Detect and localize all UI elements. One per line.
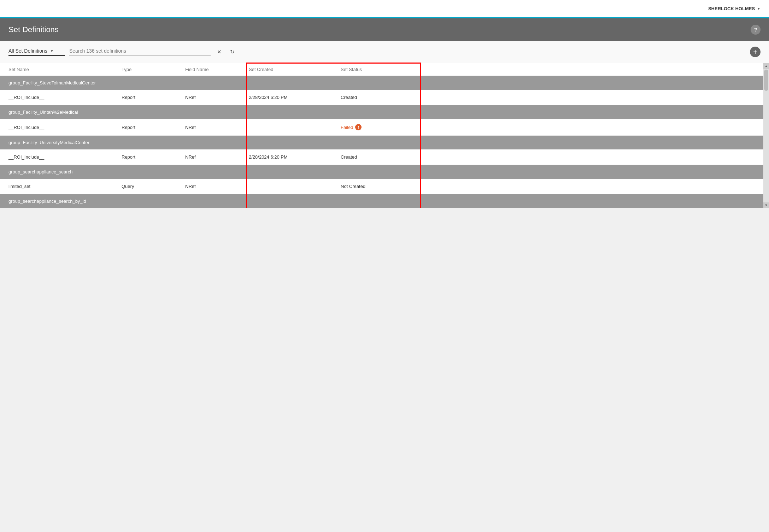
add-icon: + bbox=[753, 48, 757, 55]
fail-icon: ! bbox=[355, 124, 362, 130]
cell-set-created: 2/28/2024 6:20 PM bbox=[249, 154, 341, 160]
status-label: Not Created bbox=[341, 184, 365, 189]
cell-scroll-space bbox=[418, 154, 425, 160]
scroll-up-button[interactable]: ▲ bbox=[763, 63, 769, 69]
col-header-set-name: Set Name bbox=[8, 67, 122, 72]
table-row[interactable]: __ROI_Include__ Report NRef 2/28/2024 6:… bbox=[0, 149, 769, 165]
scroll-down-button[interactable]: ▼ bbox=[763, 202, 769, 208]
username-label: SHERLOCK HOLMES bbox=[708, 6, 755, 11]
group-row[interactable]: group_searchappliance_search_by_id bbox=[0, 194, 769, 208]
cell-scroll-space bbox=[418, 124, 425, 130]
cell-type: Report bbox=[122, 124, 185, 130]
cell-set-name: limited_set bbox=[8, 184, 122, 189]
cell-field-name: NRef bbox=[185, 154, 249, 160]
group-name-label: group_searchappliance_search bbox=[8, 169, 72, 175]
page-header: Set Definitions ? bbox=[0, 18, 769, 41]
group-name-label: group_Facility_Uintah%2eMedical bbox=[8, 110, 78, 115]
cell-set-status: Failed ! bbox=[341, 124, 418, 130]
table-row[interactable]: __ROI_Include__ Report NRef Failed ! bbox=[0, 119, 769, 136]
add-button[interactable]: + bbox=[750, 47, 761, 57]
group-row[interactable]: group_Facility_Uintah%2eMedical bbox=[0, 105, 769, 119]
cell-set-created: 2/28/2024 6:20 PM bbox=[249, 95, 341, 100]
col-header-set-status: Set Status bbox=[341, 67, 418, 72]
refresh-icon: ↻ bbox=[230, 49, 235, 55]
filter-dropdown[interactable]: All Set Definitions ▼ bbox=[8, 48, 65, 56]
cell-set-created bbox=[249, 124, 341, 130]
set-definitions-table: Set Name Type Field Name Set Created Set… bbox=[0, 63, 769, 208]
cell-type: Report bbox=[122, 154, 185, 160]
filter-caret-icon: ▼ bbox=[50, 49, 54, 53]
cell-type: Query bbox=[122, 184, 185, 189]
table-row[interactable]: limited_set Query NRef Not Created bbox=[0, 179, 769, 194]
status-label: Created bbox=[341, 95, 357, 100]
cell-set-created bbox=[249, 184, 341, 189]
col-header-field-name: Field Name bbox=[185, 67, 249, 72]
col-header-set-created: Set Created bbox=[249, 67, 341, 72]
cell-field-name: NRef bbox=[185, 184, 249, 189]
group-name-label: group_searchappliance_search_by_id bbox=[8, 199, 86, 204]
cell-set-name: __ROI_Include__ bbox=[8, 154, 122, 160]
cell-scroll-space bbox=[418, 95, 425, 100]
status-label: Created bbox=[341, 154, 357, 160]
help-icon: ? bbox=[754, 27, 757, 32]
user-chevron-icon: ▼ bbox=[757, 7, 761, 11]
cell-set-status: Not Created bbox=[341, 184, 418, 189]
scrollbar-thumb[interactable] bbox=[764, 70, 768, 91]
filter-label: All Set Definitions bbox=[8, 48, 47, 54]
column-headers: Set Name Type Field Name Set Created Set… bbox=[0, 63, 769, 76]
clear-icon: ✕ bbox=[217, 49, 222, 55]
cell-scroll-space bbox=[418, 184, 425, 189]
cell-set-name: __ROI_Include__ bbox=[8, 95, 122, 100]
top-navigation: SHERLOCK HOLMES ▼ bbox=[0, 0, 769, 18]
table-body: group_Facility_SteveTolmanMedicalCenter … bbox=[0, 76, 769, 208]
group-name-label: group_Facility_SteveTolmanMedicalCenter bbox=[8, 80, 96, 85]
cell-set-status: Created bbox=[341, 154, 418, 160]
help-button[interactable]: ? bbox=[751, 25, 761, 35]
table-row[interactable]: __ROI_Include__ Report NRef 2/28/2024 6:… bbox=[0, 90, 769, 105]
cell-set-status: Created bbox=[341, 95, 418, 100]
search-input[interactable] bbox=[69, 48, 211, 54]
status-failed: Failed ! bbox=[341, 124, 362, 130]
scrollbar-track[interactable]: ▲ ▼ bbox=[763, 63, 769, 208]
cell-field-name: NRef bbox=[185, 124, 249, 130]
refresh-button[interactable]: ↻ bbox=[228, 48, 237, 56]
col-header-type: Type bbox=[122, 67, 185, 72]
col-header-scroll bbox=[418, 67, 425, 72]
cell-set-name: __ROI_Include__ bbox=[8, 124, 122, 130]
page-title: Set Definitions bbox=[8, 25, 59, 34]
group-name-label: group_Facility_UniversityMedicalCenter bbox=[8, 140, 89, 145]
search-box bbox=[69, 48, 211, 56]
clear-search-button[interactable]: ✕ bbox=[215, 48, 224, 56]
cell-field-name: NRef bbox=[185, 95, 249, 100]
group-row[interactable]: group_searchappliance_search bbox=[0, 165, 769, 179]
group-row[interactable]: group_Facility_SteveTolmanMedicalCenter bbox=[0, 76, 769, 90]
cell-type: Report bbox=[122, 95, 185, 100]
user-menu[interactable]: SHERLOCK HOLMES ▼ bbox=[708, 6, 761, 11]
toolbar: All Set Definitions ▼ ✕ ↻ + bbox=[0, 41, 769, 63]
group-row[interactable]: group_Facility_UniversityMedicalCenter bbox=[0, 136, 769, 149]
